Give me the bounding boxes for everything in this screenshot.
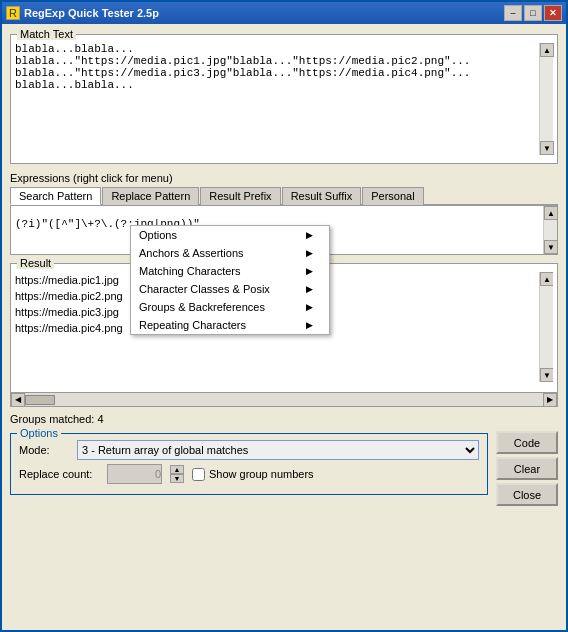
code-button[interactable]: Code xyxy=(496,431,558,454)
tab-personal[interactable]: Personal xyxy=(362,187,423,205)
window-title: RegExp Quick Tester 2.5p xyxy=(24,7,159,19)
menu-item-character-classes[interactable]: Character Classes & Posix ▶ xyxy=(131,280,329,298)
result-scroll-down[interactable]: ▼ xyxy=(540,368,553,382)
menu-item-anchors[interactable]: Anchors & Assertions ▶ xyxy=(131,244,329,262)
match-text-section: Match Text ▲ ▼ xyxy=(10,34,558,164)
result-scroll-up[interactable]: ▲ xyxy=(540,272,553,286)
title-bar: R RegExp Quick Tester 2.5p – □ ✕ xyxy=(2,2,566,24)
tab-search-pattern[interactable]: Search Pattern xyxy=(10,187,101,205)
mode-row: Mode: 3 - Return array of global matches xyxy=(19,440,479,460)
tabs-bar: Search Pattern Replace Pattern Result Pr… xyxy=(10,186,558,205)
show-group-numbers-checkbox[interactable] xyxy=(192,468,205,481)
expr-scroll-up[interactable]: ▲ xyxy=(544,206,558,220)
clear-button[interactable]: Clear xyxy=(496,457,558,480)
bottom-buttons: Code Clear Close xyxy=(496,431,558,506)
scroll-up-button[interactable]: ▲ xyxy=(540,43,554,57)
arrow-icon: ▶ xyxy=(306,248,313,258)
mode-select[interactable]: 3 - Return array of global matches xyxy=(77,440,479,460)
spinner-up-button[interactable]: ▲ xyxy=(170,465,184,474)
tab-replace-pattern[interactable]: Replace Pattern xyxy=(102,187,199,205)
scroll-down-button[interactable]: ▼ xyxy=(540,141,554,155)
menu-item-repeating[interactable]: Repeating Characters ▶ xyxy=(131,316,329,334)
spinner-down-button[interactable]: ▼ xyxy=(170,474,184,483)
replace-count-label: Replace count: xyxy=(19,468,99,480)
expression-area: ▲ ▼ Options ▶ Anchors & Assertions ▶ xyxy=(10,205,558,255)
hscroll-right-button[interactable]: ▶ xyxy=(543,393,557,407)
arrow-icon: ▶ xyxy=(306,284,313,294)
menu-item-groups[interactable]: Groups & Backreferences ▶ xyxy=(131,298,329,316)
menu-item-matching[interactable]: Matching Characters ▶ xyxy=(131,262,329,280)
title-bar-left: R RegExp Quick Tester 2.5p xyxy=(6,6,159,20)
close-window-button[interactable]: ✕ xyxy=(544,5,562,21)
replace-count-input[interactable] xyxy=(107,464,162,484)
replace-count-spinner: ▲ ▼ xyxy=(170,465,184,483)
match-text-groupbox: Match Text ▲ ▼ xyxy=(10,34,558,164)
expressions-label: Expressions (right click for menu) xyxy=(10,172,558,184)
minimize-button[interactable]: – xyxy=(504,5,522,21)
scroll-track xyxy=(540,57,553,141)
options-section: Options Mode: 3 - Return array of global… xyxy=(10,433,488,495)
result-scrollbar-h: ◀ ▶ xyxy=(10,393,558,407)
expressions-section: Expressions (right click for menu) Searc… xyxy=(10,172,558,255)
options-section-label: Options xyxy=(17,427,61,439)
arrow-icon: ▶ xyxy=(306,320,313,330)
tab-result-prefix[interactable]: Result Prefix xyxy=(200,187,280,205)
tab-result-suffix[interactable]: Result Suffix xyxy=(282,187,362,205)
title-buttons: – □ ✕ xyxy=(504,5,562,21)
hscroll-track xyxy=(25,395,543,405)
main-window: R RegExp Quick Tester 2.5p – □ ✕ Match T… xyxy=(0,0,568,632)
hscroll-thumb xyxy=(25,395,55,405)
bottom-row: Options Mode: 3 - Return array of global… xyxy=(10,431,558,506)
replace-count-row: Replace count: ▲ ▼ Show group numbers xyxy=(19,464,479,484)
groups-matched: Groups matched: 4 xyxy=(10,411,558,427)
arrow-icon: ▶ xyxy=(306,302,313,312)
match-text-input[interactable] xyxy=(15,43,539,153)
result-scrollbar-v: ▲ ▼ xyxy=(539,272,553,382)
context-menu: Options ▶ Anchors & Assertions ▶ Matchin… xyxy=(130,225,330,335)
match-text-label: Match Text xyxy=(17,28,76,40)
show-group-numbers-label[interactable]: Show group numbers xyxy=(192,468,314,481)
mode-label: Mode: xyxy=(19,444,69,456)
result-label: Result xyxy=(17,257,54,269)
match-text-scrollbar: ▲ ▼ xyxy=(539,43,553,155)
arrow-icon: ▶ xyxy=(306,266,313,276)
expression-scrollbar: ▲ ▼ xyxy=(543,206,557,254)
hscroll-left-button[interactable]: ◀ xyxy=(11,393,25,407)
maximize-button[interactable]: □ xyxy=(524,5,542,21)
window-body: Match Text ▲ ▼ Expressions (right click … xyxy=(2,24,566,630)
close-button[interactable]: Close xyxy=(496,483,558,506)
arrow-icon: ▶ xyxy=(306,230,313,240)
menu-item-options[interactable]: Options ▶ xyxy=(131,226,329,244)
window-icon: R xyxy=(6,6,20,20)
expr-scroll-down[interactable]: ▼ xyxy=(544,240,558,254)
expr-scroll-track xyxy=(544,220,557,240)
result-scroll-track xyxy=(540,286,553,368)
